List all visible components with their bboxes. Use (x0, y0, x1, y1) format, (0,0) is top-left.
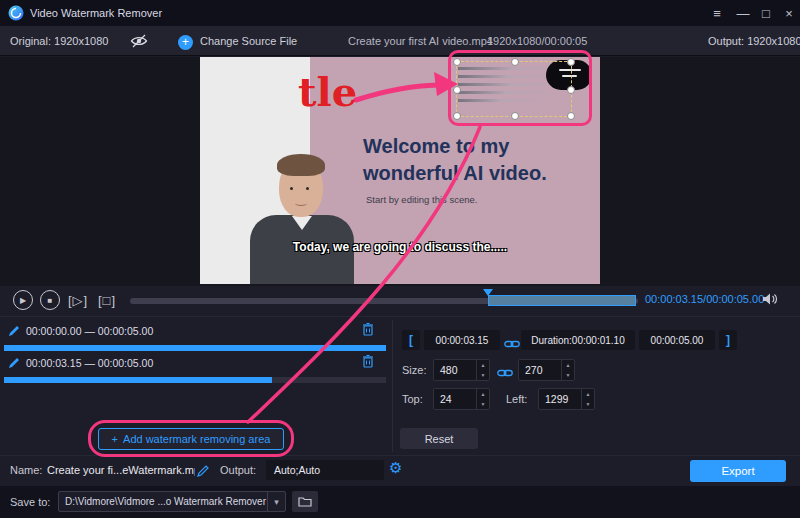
track-progress-bar[interactable] (4, 377, 386, 383)
link-icon (504, 335, 520, 353)
save-to-label: Save to: (10, 496, 50, 508)
speaker-icon[interactable] (762, 292, 778, 310)
export-button[interactable]: Export (690, 460, 786, 482)
end-time-field[interactable]: 00:00:05.00 (639, 330, 715, 350)
width-value[interactable]: 480 (434, 360, 476, 380)
height-value[interactable]: 270 (519, 360, 561, 380)
divider (392, 320, 393, 452)
output-format-field[interactable]: Auto;Auto (266, 460, 384, 480)
track-range: 00:00:03.15 — 00:00:05.00 (26, 357, 153, 369)
aspect-link-icon[interactable] (497, 364, 513, 382)
presenter-hair (277, 154, 325, 176)
edit-track-icon[interactable] (8, 355, 20, 373)
presenter-eye (306, 187, 309, 190)
duration-field: Duration:00:00:01.10 (521, 330, 635, 350)
play-button[interactable]: ▶ (13, 290, 33, 310)
divider (0, 455, 800, 456)
track-progress-bar[interactable] (4, 345, 386, 351)
rename-pencil-icon[interactable] (197, 463, 209, 481)
output-file-name: Create your fi...eWatermark.mp4 (47, 464, 195, 476)
folder-icon (298, 496, 312, 507)
eye-off-icon[interactable] (130, 33, 148, 53)
video-tagline: Start by editing this scene. (366, 194, 477, 205)
gear-icon[interactable]: ⚙ (389, 459, 402, 477)
browse-folder-button[interactable] (292, 491, 318, 512)
top-stepper[interactable]: 24 ▲ ▼ (433, 388, 490, 410)
playback-time: 00:00:03.15/00:00:05.00 (645, 293, 764, 305)
left-value[interactable]: 1299 (539, 389, 581, 409)
stepper-down-icon[interactable]: ▼ (477, 399, 489, 409)
app-logo-icon (8, 5, 24, 21)
top-value[interactable]: 24 (434, 389, 476, 409)
timeline-selected-segment[interactable] (488, 295, 636, 306)
divider (0, 316, 800, 317)
output-resolution-label: Output: 1920x1080 (708, 35, 800, 47)
playhead-marker[interactable] (483, 289, 493, 296)
start-time-field[interactable]: 00:00:03.15 (424, 330, 500, 350)
delete-track-icon[interactable] (362, 322, 374, 340)
selection-handle[interactable] (453, 112, 461, 120)
edit-track-icon[interactable] (8, 323, 20, 341)
output-label: Output: (220, 464, 256, 476)
selection-handle[interactable] (567, 86, 575, 94)
track-range: 00:00:00.00 — 00:00:05.00 (26, 325, 153, 337)
watermark-selection-box[interactable] (456, 61, 572, 117)
selection-handle[interactable] (453, 58, 461, 66)
reset-button[interactable]: Reset (400, 428, 478, 449)
frame-play-button[interactable]: [▷] (68, 293, 88, 308)
name-label: Name: (10, 464, 42, 476)
save-path-value: D:\Vidmore\Vidmore ...o Watermark Remove… (59, 496, 267, 507)
stepper-down-icon[interactable]: ▼ (477, 370, 489, 380)
video-subtitle: Today, we are going to discuss the..... (200, 240, 600, 254)
stepper-down-icon[interactable]: ▼ (582, 399, 594, 409)
close-button[interactable]: × (778, 0, 800, 26)
app-window: Video Watermark Remover ≡ — □ × Original… (0, 0, 800, 518)
presenter-eye (290, 187, 293, 190)
selection-handle[interactable] (567, 58, 575, 66)
set-end-bracket-button[interactable]: ] (719, 330, 737, 350)
track-progress-fill (4, 377, 272, 383)
save-bar: Save to: D:\Vidmore\Vidmore ...o Waterma… (0, 486, 800, 518)
selection-handle[interactable] (511, 112, 519, 120)
delete-track-icon[interactable] (362, 354, 374, 372)
selection-handle[interactable] (511, 58, 519, 66)
selection-handle[interactable] (567, 112, 575, 120)
top-label: Top: (402, 393, 423, 405)
change-source-file-button[interactable]: Change Source File (200, 35, 297, 47)
width-stepper[interactable]: 480 ▲ ▼ (433, 359, 490, 381)
chevron-down-icon[interactable]: ▾ (267, 492, 285, 511)
add-source-icon[interactable]: + (178, 35, 193, 50)
app-title: Video Watermark Remover (30, 7, 162, 19)
size-label: Size: (402, 364, 426, 376)
selection-handle[interactable] (453, 86, 461, 94)
left-stepper[interactable]: 1299 ▲ ▼ (538, 388, 595, 410)
add-watermark-area-button[interactable]: + Add watermark removing area (98, 428, 284, 450)
minimize-button[interactable]: — (732, 0, 754, 26)
stepper-up-icon[interactable]: ▲ (477, 360, 489, 370)
add-watermark-area-label: Add watermark removing area (123, 433, 270, 445)
stepper-up-icon[interactable]: ▲ (477, 389, 489, 399)
frame-stop-button[interactable]: [□] (98, 293, 116, 308)
save-path-dropdown[interactable]: D:\Vidmore\Vidmore ...o Watermark Remove… (58, 491, 286, 512)
original-resolution-label: Original: 1920x1080 (10, 35, 108, 47)
stop-button[interactable]: ■ (40, 290, 60, 310)
set-start-bracket-button[interactable]: [ (402, 330, 420, 350)
stepper-up-icon[interactable]: ▲ (562, 360, 574, 370)
annotation-text: tle (298, 68, 357, 115)
source-file-info: 1920x1080/00:00:05 (487, 35, 587, 47)
video-headline: Welcome to my wonderful AI video. (363, 133, 547, 187)
stepper-down-icon[interactable]: ▼ (562, 370, 574, 380)
video-preview[interactable]: Welcome to my wonderful AI video. Start … (200, 57, 600, 284)
presenter-mouth (295, 201, 307, 206)
left-label: Left: (506, 393, 527, 405)
stepper-up-icon[interactable]: ▲ (582, 389, 594, 399)
maximize-button[interactable]: □ (755, 0, 777, 26)
source-file-name: Create your first AI video.mp4 (348, 35, 493, 47)
plus-icon: + (112, 433, 118, 445)
height-stepper[interactable]: 270 ▲ ▼ (518, 359, 575, 381)
menu-icon[interactable]: ≡ (706, 0, 728, 26)
titlebar: Video Watermark Remover ≡ — □ × (0, 0, 800, 26)
